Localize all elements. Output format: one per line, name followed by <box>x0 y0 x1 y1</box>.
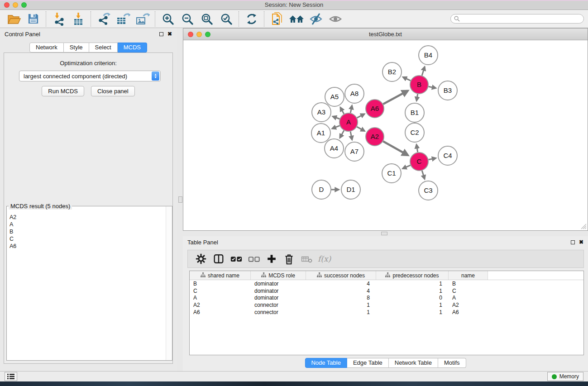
table-row[interactable]: Adominator80A <box>190 295 583 302</box>
tab-edge-table[interactable]: Edge Table <box>347 358 389 368</box>
close-panel-button[interactable]: Close panel <box>91 86 135 96</box>
hide-graphics-details-icon[interactable] <box>306 11 325 27</box>
first-neighbors-icon[interactable] <box>287 11 306 27</box>
save-session-icon[interactable] <box>24 11 43 27</box>
open-file-icon[interactable] <box>4 11 24 27</box>
select-all-checkboxes-icon[interactable] <box>228 251 244 267</box>
zoom-in-icon[interactable] <box>158 11 177 27</box>
column-header-name[interactable]: name <box>449 271 488 280</box>
node-label-A: A <box>346 118 351 126</box>
tab-network[interactable]: Network <box>29 43 64 52</box>
column-header-successor-nodes[interactable]: successor nodes <box>306 271 376 280</box>
edge-B-B1 <box>416 94 417 101</box>
show-columns-icon[interactable] <box>210 251 227 267</box>
result-scrollbar[interactable] <box>166 206 172 360</box>
shared-column-icon <box>261 272 266 279</box>
node-label-A2: A2 <box>371 133 379 140</box>
apply-layout-icon[interactable] <box>242 11 261 27</box>
table-settings-icon[interactable] <box>192 251 209 267</box>
node-label-A7: A7 <box>350 148 359 155</box>
cell-predecessor-nodes: 0 <box>376 295 449 301</box>
vertical-splitter-handle[interactable] <box>178 196 182 203</box>
tab-style[interactable]: Style <box>64 43 89 52</box>
add-column-icon[interactable] <box>263 251 280 267</box>
table-row[interactable]: A6connector11A6 <box>190 309 583 316</box>
node-label-B3: B3 <box>444 86 452 94</box>
network-graph[interactable]: AA1A2A3A4A5A6A7A8BB1B2B3B4CC1C2C3C4DD1 <box>183 41 588 230</box>
export-network-icon[interactable] <box>94 11 113 27</box>
edge-B-B3 <box>429 86 436 88</box>
mcds-result-item[interactable]: B <box>7 228 166 235</box>
memory-status-icon <box>552 374 557 379</box>
memory-label: Memory <box>559 373 579 380</box>
mcds-result-item[interactable]: C <box>7 235 166 243</box>
node-label-C3: C3 <box>424 186 432 194</box>
edge-A-A7 <box>350 132 352 140</box>
network-window-titlebar[interactable]: testGlobe.txt <box>183 29 588 40</box>
criterion-value: largest connected component (directed) <box>24 73 127 80</box>
float-table-panel-icon[interactable] <box>571 240 575 244</box>
node-label-A3: A3 <box>317 108 325 116</box>
node-label-B4: B4 <box>424 51 432 59</box>
import-table-icon[interactable] <box>68 11 88 27</box>
table-header-row: shared nameMCDS rolesuccessor nodesprede… <box>190 271 583 280</box>
cell-successor-nodes: 1 <box>306 302 376 308</box>
task-history-button[interactable] <box>5 372 17 381</box>
tab-select[interactable]: Select <box>89 43 118 52</box>
tab-motifs[interactable]: Motifs <box>438 358 466 368</box>
new-network-from-selection-icon[interactable] <box>267 11 287 27</box>
run-mcds-button[interactable]: Run MCDS <box>42 86 84 96</box>
node-label-C4: C4 <box>443 152 452 159</box>
node-label-C1: C1 <box>387 169 396 177</box>
show-graphics-details-icon[interactable] <box>325 11 345 27</box>
column-header-predecessor-nodes[interactable]: predecessor nodes <box>376 271 449 280</box>
mcds-result-item[interactable]: A2 <box>7 214 166 221</box>
criterion-dropdown[interactable]: largest connected component (directed) ▲… <box>19 71 161 81</box>
horizontal-splitter-handle[interactable] <box>381 232 387 235</box>
table-row[interactable]: Bdominator41B <box>190 280 583 287</box>
zoom-selected-icon[interactable] <box>216 11 236 27</box>
network-title: testGlobe.txt <box>183 31 588 38</box>
network-canvas[interactable]: AA1A2A3A4A5A6A7A8BB1B2B3B4CC1C2C3C4DD1 <box>183 41 588 230</box>
tab-node-table[interactable]: Node Table <box>305 358 347 368</box>
edge-A-A2 <box>357 127 364 131</box>
mcds-result-item[interactable]: A <box>7 221 166 228</box>
function-builder-icon[interactable]: f(x) <box>316 254 331 263</box>
export-table-icon[interactable] <box>113 11 133 27</box>
deselect-all-checkboxes-icon[interactable] <box>245 251 262 267</box>
import-network-icon[interactable] <box>49 11 68 27</box>
list-icon <box>7 373 14 380</box>
cell-name: C <box>449 288 488 294</box>
edge-A2-C <box>383 141 408 155</box>
table-row[interactable]: Cdominator41C <box>190 287 583 295</box>
zoom-out-icon[interactable] <box>177 11 197 27</box>
edge-C-C3 <box>422 171 425 179</box>
zoom-fit-icon[interactable] <box>197 11 216 27</box>
tab-mcds[interactable]: MCDS <box>118 43 147 52</box>
delete-table-icon[interactable] <box>298 251 315 267</box>
edge-B-B2 <box>403 77 411 81</box>
control-panel: Control Panel ✖ NetworkStyleSelectMCDS O… <box>0 28 177 371</box>
search-input[interactable] <box>462 15 580 22</box>
edge-A6-B <box>383 91 407 104</box>
cell-MCDS-role: dominator <box>251 295 306 301</box>
memory-button[interactable]: Memory <box>547 372 583 381</box>
close-table-panel-icon[interactable]: ✖ <box>579 239 583 245</box>
tab-network-table[interactable]: Network Table <box>389 358 438 368</box>
float-panel-icon[interactable] <box>159 32 163 36</box>
optimization-criterion-label: Optimization criterion: <box>0 60 177 67</box>
node-label-B1: B1 <box>411 109 419 116</box>
table-row[interactable]: A2connector11A2 <box>190 301 583 309</box>
edge-A-A8 <box>350 105 352 113</box>
mcds-result-group: MCDS result (5 nodes) A2ABCA6 <box>6 206 172 361</box>
resize-grip-icon[interactable] <box>581 224 587 229</box>
cell-MCDS-role: connector <box>251 302 306 308</box>
mcds-result-item[interactable]: A6 <box>7 243 166 250</box>
cell-MCDS-role: connector <box>251 309 306 315</box>
delete-columns-icon[interactable] <box>281 251 297 267</box>
column-header-shared-name[interactable]: shared name <box>190 271 251 280</box>
column-header-MCDS-role[interactable]: MCDS role <box>251 271 306 280</box>
search-field[interactable] <box>450 14 584 24</box>
close-panel-icon[interactable]: ✖ <box>167 31 172 37</box>
export-image-icon[interactable] <box>133 11 152 27</box>
